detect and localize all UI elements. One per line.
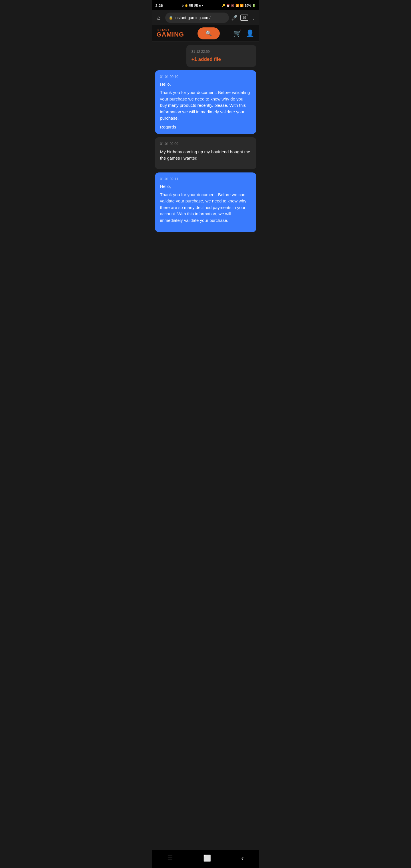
- msg3-body: My birthday coming up my boyfriend bough…: [160, 149, 251, 162]
- msg4-body: Thank you for your document. Before we c…: [160, 192, 251, 224]
- alarm-icon: ⏰: [226, 4, 230, 7]
- cart-icon[interactable]: 🛒: [233, 29, 242, 37]
- msg2-greeting: Hello,: [160, 82, 251, 87]
- battery-text: 10%: [245, 4, 251, 7]
- search-icon: 🔍: [205, 30, 212, 36]
- msg2-closing: Regards: [160, 124, 251, 129]
- camera-icon: ⊙: [182, 4, 184, 7]
- ue-icon2: UE: [194, 4, 198, 7]
- microphone-icon[interactable]: 🎤: [231, 14, 238, 21]
- url-text: instant-gaming.com/: [175, 16, 211, 20]
- home-icon: ⌂: [157, 14, 160, 21]
- msg4-timestamp: 01-01 02:11: [160, 177, 251, 181]
- status-bar: 2:26 ⊙ 🖐 UE UE ◉ • 🔑 ⏰ 🔇 📶 📶 10% 🔋: [152, 0, 259, 10]
- browser-menu-icon[interactable]: ⋮: [251, 14, 256, 21]
- msg3-timestamp: 01-01 02:09: [160, 142, 251, 146]
- url-bar[interactable]: 🔒 instant-gaming.com/: [165, 12, 229, 23]
- message-1: 31-12 22:59 +1 added file: [186, 45, 256, 67]
- msg2-body: Thank you for your document. Before vali…: [160, 89, 251, 122]
- tabs-button[interactable]: 19: [240, 14, 248, 21]
- msg1-added-file: +1 added file: [191, 57, 251, 62]
- logo-gaming-text: GAMING: [157, 31, 184, 38]
- phone-wrapper: 2:26 ⊙ 🖐 UE UE ◉ • 🔑 ⏰ 🔇 📶 📶 10% 🔋 ⌂ 🔒 i…: [152, 0, 259, 253]
- browser-bar: ⌂ 🔒 instant-gaming.com/ 🎤 19 ⋮: [152, 10, 259, 25]
- battery-icon: 🔋: [252, 4, 255, 7]
- status-time: 2:26: [156, 3, 163, 8]
- app-header: INSTANT GAMING 🔍 🛒 👤: [152, 25, 259, 42]
- lock-icon: 🔒: [169, 16, 173, 20]
- message-4: 01-01 02:11 Hello, Thank you for your do…: [155, 173, 256, 232]
- dot-icon: •: [202, 4, 203, 7]
- msg2-timestamp: 01-01 00:10: [160, 75, 251, 79]
- signal-icon: 📶: [240, 4, 244, 7]
- logo: INSTANT GAMING: [157, 29, 184, 38]
- message-3: 01-01 02:09 My birthday coming up my boy…: [155, 137, 256, 169]
- msg4-greeting: Hello,: [160, 184, 251, 189]
- message-2: 01-01 00:10 Hello, Thank you for your do…: [155, 70, 256, 134]
- circle-icon: ◉: [199, 4, 201, 7]
- status-right: 🔑 ⏰ 🔇 📶 📶 10% 🔋: [222, 4, 255, 7]
- status-icons: ⊙ 🖐 UE UE ◉ •: [182, 4, 203, 7]
- header-actions: 🛒 👤: [233, 29, 254, 37]
- mute-icon: 🔇: [231, 4, 234, 7]
- ue-icon1: UE: [189, 4, 193, 7]
- gesture-icon: 🖐: [185, 4, 188, 7]
- home-button[interactable]: ⌂: [155, 14, 163, 22]
- browser-actions: 🎤 19 ⋮: [231, 14, 256, 21]
- msg1-timestamp: 31-12 22:59: [191, 50, 251, 54]
- search-button[interactable]: 🔍: [197, 27, 220, 39]
- key-icon: 🔑: [222, 4, 225, 7]
- chat-area: 31-12 22:59 +1 added file 01-01 00:10 He…: [152, 42, 259, 236]
- user-icon[interactable]: 👤: [246, 29, 254, 37]
- wifi-icon: 📶: [235, 4, 239, 7]
